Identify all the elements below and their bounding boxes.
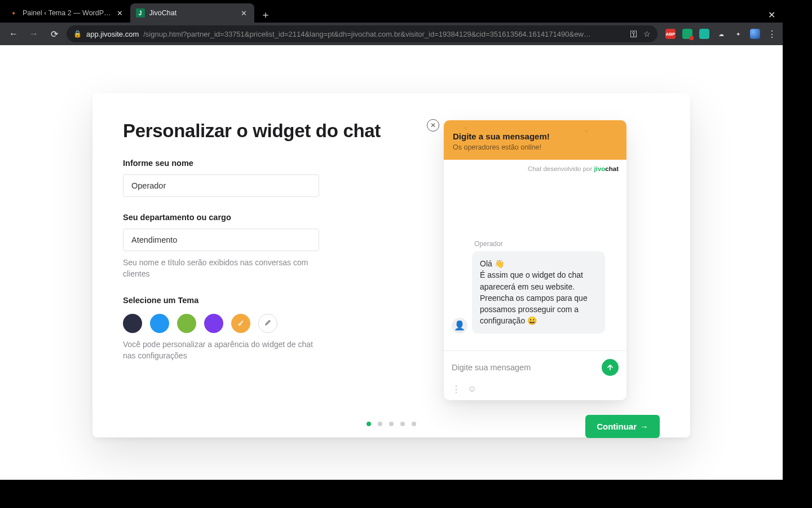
theme-swatch-2[interactable]: [177, 314, 196, 333]
send-button[interactable]: [602, 359, 619, 376]
brand-jivo: jivo: [594, 165, 606, 172]
extensions-button-icon[interactable]: ✦: [733, 29, 743, 39]
chat-message-input[interactable]: [452, 363, 596, 372]
page-title: Personalizar o widget do chat: [123, 120, 388, 142]
back-button[interactable]: ←: [6, 26, 21, 42]
continue-label: Continuar: [597, 422, 637, 431]
color-picker-button[interactable]: [258, 314, 277, 333]
message-row: 👤 Olá 👋É assim que o widget do chat apar…: [452, 251, 619, 334]
lock-icon: 🔒: [73, 30, 82, 38]
profile-avatar-icon[interactable]: [750, 29, 760, 39]
close-icon[interactable]: ✕: [116, 8, 125, 17]
step-dot-1[interactable]: [378, 422, 382, 426]
step-dots: [367, 422, 416, 426]
theme-swatches: [123, 314, 388, 333]
emoji-icon[interactable]: ☺: [467, 384, 476, 395]
tab-jivochat[interactable]: J JivoChat ✕: [130, 3, 254, 23]
tab-strip: ✦ Painel ‹ Tema 2 — WordP… ✕ J JivoChat …: [0, 0, 783, 23]
browser-window: ✦ Painel ‹ Tema 2 — WordP… ✕ J JivoChat …: [0, 0, 783, 480]
step-dot-3[interactable]: [400, 422, 405, 426]
jivochat-favicon-icon: J: [136, 8, 145, 17]
theme-swatch-0[interactable]: [123, 314, 142, 333]
form-column: Personalizar o widget do chat Informe se…: [123, 120, 388, 407]
message-sender-name: Operador: [474, 240, 619, 248]
theme-swatch-4[interactable]: [231, 314, 250, 333]
chat-input-area: ⋮ ☺: [444, 351, 626, 400]
name-input[interactable]: [123, 174, 319, 197]
chat-input-row: [452, 359, 619, 376]
cloud-extension-icon[interactable]: ☁: [716, 29, 726, 39]
step-dot-0[interactable]: [367, 422, 371, 426]
forward-button[interactable]: →: [26, 26, 42, 42]
onboarding-card: Personalizar o widget do chat Informe se…: [92, 93, 690, 437]
extension-icons: ABP ☁ ✦ ⋮: [662, 29, 777, 39]
tab-wordpress[interactable]: ✦ Painel ‹ Tema 2 — WordP… ✕: [3, 3, 130, 23]
chat-toolbar: ⋮ ☺: [452, 384, 619, 395]
field-theme: Selecione um Tema Você pode personalizar…: [123, 296, 388, 362]
abp-extension-icon[interactable]: ABP: [665, 29, 676, 39]
chat-body: Chat desenvolvido por jivochat Operador …: [444, 160, 626, 351]
content-row: Personalizar o widget do chat Informe se…: [123, 120, 660, 407]
chat-header: Digite a sua mensagem! Os operadores est…: [444, 120, 626, 160]
browser-menu-icon[interactable]: ⋮: [767, 29, 777, 39]
step-dot-4[interactable]: [412, 422, 416, 426]
new-tab-button[interactable]: ＋: [258, 7, 273, 23]
key-icon[interactable]: ⚿: [630, 29, 638, 38]
window-close-button[interactable]: ✕: [764, 7, 779, 23]
browser-toolbar: ← → ⟳ 🔒 app.jivosite.com /signup.html?pa…: [0, 23, 783, 45]
continue-button[interactable]: Continuar →: [585, 415, 660, 438]
theme-hint: Você pode personalizar a aparência do wi…: [123, 339, 315, 362]
step-dot-2[interactable]: [389, 422, 394, 426]
theme-swatch-3[interactable]: [204, 314, 223, 333]
reload-button[interactable]: ⟳: [46, 26, 62, 42]
field-label-theme: Selecione um Tema: [123, 296, 388, 305]
chat-widget-preview: Digite a sua mensagem! Os operadores est…: [444, 120, 626, 400]
brand-chat: chat: [605, 165, 619, 172]
tab-title: JivoChat: [149, 9, 235, 17]
tab-title: Painel ‹ Tema 2 — WordP…: [23, 9, 111, 17]
powered-prefix: Chat desenvolvido por: [528, 165, 594, 172]
eyedropper-icon: [263, 319, 272, 328]
url-host: app.jivosite.com: [86, 30, 139, 38]
department-input[interactable]: [123, 229, 319, 251]
field-label-department: Seu departamento ou cargo: [123, 213, 388, 222]
preview-column: ✕ Digite a sua mensagem! Os operadores e…: [411, 120, 660, 407]
page-viewport: Personalizar o widget do chat Informe se…: [0, 45, 783, 480]
wordpress-favicon-icon: ✦: [9, 8, 18, 17]
more-icon[interactable]: ⋮: [452, 384, 461, 395]
arrow-up-icon: [606, 364, 614, 371]
address-bar[interactable]: 🔒 app.jivosite.com /signup.html?partner_…: [67, 25, 657, 42]
extension-icon[interactable]: [682, 29, 692, 39]
url-path: /signup.html?partner_id=33751&pricelist_…: [143, 30, 625, 38]
close-icon: ✕: [430, 121, 436, 129]
chat-header-title: Digite a sua mensagem!: [453, 132, 617, 141]
theme-swatch-1[interactable]: [150, 314, 169, 333]
operator-avatar-icon: 👤: [452, 318, 467, 334]
arrow-right-icon: →: [640, 422, 648, 431]
close-icon[interactable]: ✕: [240, 8, 249, 17]
star-icon[interactable]: ☆: [643, 29, 651, 38]
message-bubble: Olá 👋É assim que o widget do chat aparec…: [472, 251, 605, 334]
card-footer: Continuar →: [123, 407, 660, 426]
omnibox-actions: ⚿ ☆: [630, 29, 651, 38]
field-label-name: Informe seu nome: [123, 159, 388, 168]
field-name: Informe seu nome: [123, 159, 388, 197]
chat-dismiss-button[interactable]: ✕: [427, 119, 439, 132]
field-department: Seu departamento ou cargo Seu nome e tít…: [123, 213, 388, 280]
department-hint: Seu nome e título serão exibidos nas con…: [123, 257, 315, 280]
chat-header-subtitle: Os operadores estão online!: [453, 143, 617, 151]
chat-powered-by[interactable]: Chat desenvolvido por jivochat: [452, 165, 619, 172]
extension-icon[interactable]: [699, 29, 709, 39]
